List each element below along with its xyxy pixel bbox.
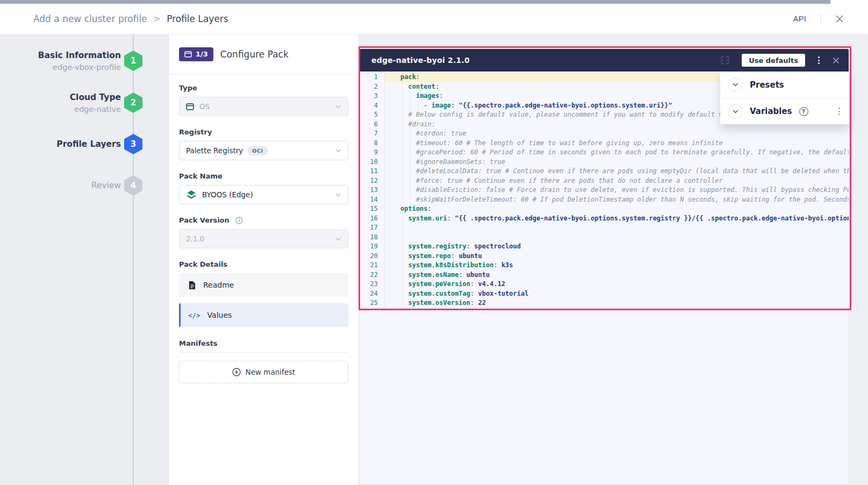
code-line-25[interactable]: 25 system.osVersion: 22 [360, 298, 849, 308]
indent-guide [403, 195, 403, 205]
type-value: OS [199, 102, 210, 111]
indent-guide [403, 214, 403, 224]
code-line-14[interactable]: 14 #skipWaitForDeleteTimeout: 60 # If po… [360, 195, 849, 205]
step-2-hexagon[interactable]: 2 [124, 92, 142, 113]
pack-details-label: Pack Details [179, 260, 348, 268]
pack-version-value: 2.1.0 [186, 234, 204, 243]
pack-details-values[interactable]: </> Values [179, 303, 348, 327]
line-number: 5 [360, 110, 384, 120]
code-line-16[interactable]: 16 system.uri: "{{ .spectro.pack.edge-na… [360, 214, 849, 224]
step-review[interactable]: Review [91, 180, 121, 191]
step-subtitle: edge-native [70, 103, 121, 115]
indent-guide [403, 167, 403, 176]
code-line-18[interactable]: 18 [360, 233, 849, 242]
info-icon[interactable] [235, 217, 243, 224]
indent-guide [410, 167, 411, 176]
chevron-down-icon[interactable] [728, 77, 743, 92]
code-values-icon: </> [188, 311, 200, 319]
presets-row[interactable]: Presets [720, 72, 849, 98]
step-title: Basic Information [38, 49, 121, 61]
expand-editor-icon[interactable] [720, 55, 730, 66]
line-number: 10 [360, 158, 384, 167]
step-basic-information[interactable]: Basic Information edge-vbox-profile [38, 49, 121, 73]
breadcrumb-parent-link[interactable]: Add a new cluster profile [33, 13, 147, 24]
code-line-24[interactable]: 24 system.customTag: vbox-tutorial [360, 289, 849, 299]
pack-version-label: Pack Version [179, 216, 348, 224]
code-line-8[interactable]: 8 #timeout: 60 # The length of time to w… [360, 139, 849, 148]
line-number: 18 [360, 233, 384, 242]
line-number: 6 [360, 120, 384, 130]
indent-guide [403, 101, 403, 111]
line-number: 20 [360, 252, 384, 261]
indent-guide [410, 139, 411, 148]
indent-guide [403, 242, 403, 252]
presets-variables-dropdown: Presets Variables ? [720, 72, 849, 124]
line-number: 25 [360, 298, 384, 308]
registry-select[interactable]: Palette Registry OCI [179, 141, 348, 160]
step-3-hexagon[interactable]: 3 [124, 134, 142, 154]
indent-guide [403, 233, 403, 242]
code-line-12[interactable]: 12 #force: true # Continue even if there… [360, 176, 849, 186]
line-number: 19 [360, 242, 384, 252]
configure-pack-panel: 1/3 Configure Pack Type OS Registry Pale… [168, 34, 359, 485]
manifests-divider [179, 352, 348, 353]
use-defaults-button[interactable]: Use defaults [742, 54, 805, 67]
code-line-11[interactable]: 11 #deleteLocalData: true # Continue eve… [360, 167, 849, 176]
code-line-7[interactable]: 7 #cordon: true [360, 129, 849, 139]
variables-row[interactable]: Variables ? [720, 98, 849, 124]
code-line-9[interactable]: 9 #gracePeriod: 60 # Period of time in s… [360, 148, 849, 158]
pack-version-select[interactable]: 2.1.0 [179, 229, 348, 248]
code-line-10[interactable]: 10 #ignoreDaemonSets: true [360, 158, 849, 167]
pack-version-label-text: Pack Version [179, 216, 229, 224]
presets-label: Presets [750, 80, 784, 90]
step-1-hexagon[interactable]: 1 [124, 51, 142, 71]
code-line-21[interactable]: 21 system.k8sDistribution: k3s [360, 261, 849, 270]
line-number: 17 [360, 223, 384, 233]
indent-guide [410, 91, 411, 101]
chevron-down-icon [335, 193, 341, 197]
code-line-20[interactable]: 20 system.repo: ubuntu [360, 252, 849, 261]
pack-name-value: BYOOS (Edge) [202, 190, 253, 199]
editor-header: edge-native-byoi 2.1.0 Use defaults [360, 49, 849, 72]
type-select[interactable]: OS [179, 97, 348, 116]
line-number: 12 [360, 176, 384, 186]
step-number: 3 [131, 139, 136, 149]
step-title: Cloud Type [70, 91, 121, 103]
new-manifest-button[interactable]: New manifest [179, 361, 348, 383]
pack-name-select[interactable]: BYOOS (Edge) [179, 185, 348, 204]
line-number: 2 [360, 82, 384, 92]
indent-guide [410, 195, 411, 205]
step-cloud-type[interactable]: Cloud Type edge-native [70, 91, 121, 115]
os-window-icon [186, 103, 194, 110]
page-top-edge [0, 0, 830, 4]
code-line-17[interactable]: 17 [360, 223, 849, 233]
close-icon[interactable] [835, 14, 844, 24]
help-question-icon[interactable]: ? [799, 107, 808, 116]
chevron-down-icon[interactable] [728, 104, 743, 119]
code-line-23[interactable]: 23 system.peVersion: v4.4.12 [360, 280, 849, 289]
step-4-hexagon[interactable]: 4 [124, 175, 142, 196]
api-link[interactable]: API [793, 15, 806, 23]
step-profile-layers[interactable]: Profile Layers [56, 138, 121, 150]
pack-details-readme[interactable]: Readme [179, 273, 348, 297]
code-line-22[interactable]: 22 system.osName: ubuntu [360, 270, 849, 280]
indent-guide [403, 280, 403, 289]
readme-label: Readme [203, 281, 234, 289]
editor-region: edge-native-byoi 2.1.0 Use defaults [359, 34, 868, 485]
line-number: 13 [360, 186, 384, 195]
header-actions: API [793, 13, 844, 25]
code-line-19[interactable]: 19 system.registry: spectrocloud [360, 242, 849, 252]
indent-guide [403, 139, 403, 148]
editor-close-icon[interactable] [833, 57, 840, 64]
add-cluster-profile-modal: Add a new cluster profile > Profile Laye… [0, 0, 868, 485]
code-line-15[interactable]: 15options: [360, 204, 849, 214]
indent-guide [410, 158, 411, 167]
line-number: 1 [360, 73, 384, 82]
line-number: 15 [360, 204, 384, 214]
editor-kebab-menu-icon[interactable] [816, 55, 821, 66]
code-line-13[interactable]: 13 #disableEviction: false # Force drain… [360, 186, 849, 195]
indent-guide [418, 101, 419, 111]
indent-guide [403, 91, 403, 101]
variables-kebab-menu-icon[interactable] [837, 106, 842, 117]
indent-guide [410, 176, 411, 186]
